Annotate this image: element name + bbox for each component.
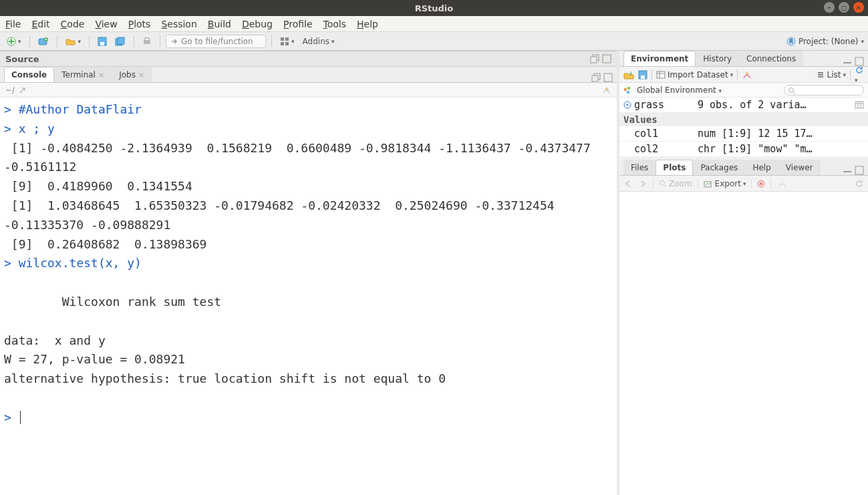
svg-rect-16 xyxy=(591,57,597,63)
zoom-icon xyxy=(659,180,667,188)
pane-restore-icon[interactable] xyxy=(590,54,599,63)
save-workspace-icon[interactable] xyxy=(638,70,647,79)
project-menu[interactable]: R Project: (None) ▾ xyxy=(786,37,864,46)
tab-packages[interactable]: Packages xyxy=(693,160,745,175)
env-view-mode[interactable]: List ▾ xyxy=(817,70,846,79)
tab-jobs[interactable]: Jobs× xyxy=(112,67,152,82)
window-minimize-button[interactable]: – xyxy=(824,2,835,13)
clear-plots-icon[interactable] xyxy=(776,180,787,188)
tab-history[interactable]: History xyxy=(696,51,739,66)
menu-profile[interactable]: Profile xyxy=(283,19,313,29)
console-output[interactable]: > #Author DataFlair > x ; y [1] -0.40842… xyxy=(0,98,617,495)
window-close-button[interactable]: ✕ xyxy=(853,2,864,13)
svg-rect-20 xyxy=(604,73,612,81)
env-search-input[interactable] xyxy=(784,85,864,96)
close-tab-icon[interactable]: × xyxy=(138,71,144,79)
tab-label: Terminal xyxy=(61,70,96,79)
menu-file[interactable]: File xyxy=(5,19,21,29)
window-controls: – ◻ ✕ xyxy=(824,2,864,13)
pane-minimize-icon[interactable] xyxy=(843,166,852,175)
tab-connections[interactable]: Connections xyxy=(739,51,803,66)
open-file-button[interactable]: ▾ xyxy=(63,35,84,47)
env-list: grass 9 obs. of 2 varia… Values col1num … xyxy=(619,98,868,157)
popout-icon[interactable] xyxy=(19,86,27,94)
svg-point-29 xyxy=(789,88,794,92)
menu-edit[interactable]: Edit xyxy=(31,19,49,29)
menu-plots[interactable]: Plots xyxy=(128,19,151,29)
plus-circle-icon xyxy=(7,37,16,46)
menu-tools[interactable]: Tools xyxy=(323,19,347,29)
caret-icon: ▾ xyxy=(843,71,846,78)
import-dataset-label: Import Dataset xyxy=(668,70,728,79)
caret-icon: ▾ xyxy=(719,88,722,94)
refresh-plots-icon[interactable] xyxy=(855,179,864,188)
grid-button[interactable]: ▾ xyxy=(277,35,297,47)
window-maximize-button[interactable]: ◻ xyxy=(839,2,849,13)
tab-environment[interactable]: Environment xyxy=(623,51,696,66)
svg-point-34 xyxy=(660,180,665,185)
menu-help[interactable]: Help xyxy=(357,19,378,29)
load-workspace-icon[interactable] xyxy=(623,70,634,79)
plot-prev-icon[interactable] xyxy=(623,180,633,188)
menu-session[interactable]: Session xyxy=(161,19,196,29)
svg-rect-17 xyxy=(603,55,611,63)
plot-next-icon[interactable] xyxy=(638,180,647,188)
search-icon xyxy=(788,87,796,95)
tab-terminal[interactable]: Terminal× xyxy=(54,67,112,82)
zoom-button[interactable]: Zoom xyxy=(659,179,692,188)
env-scope-label: Global Environment xyxy=(637,86,716,95)
source-label: Source xyxy=(5,54,39,64)
pane-maximize-icon[interactable] xyxy=(855,166,864,175)
save-icon xyxy=(98,37,107,46)
env-value-row[interactable]: col2chr [1:9] "mow" "m… xyxy=(619,142,868,157)
folder-open-icon xyxy=(65,37,76,46)
env-data-row[interactable]: grass 9 obs. of 2 varia… xyxy=(619,98,868,113)
menu-view[interactable]: View xyxy=(95,19,117,29)
caret-icon: ▾ xyxy=(331,38,335,45)
import-dataset-button[interactable]: Import Dataset ▾ xyxy=(656,70,733,79)
pane-maximize-icon[interactable] xyxy=(603,73,613,82)
clear-env-icon[interactable] xyxy=(742,70,752,79)
console-subbar: ~/ xyxy=(0,83,617,98)
addins-button[interactable]: Addins ▾ xyxy=(300,35,337,47)
pane-maximize-icon[interactable] xyxy=(602,54,611,63)
env-var-desc: chr [1:9] "mow" "m… xyxy=(698,143,864,155)
save-button[interactable] xyxy=(95,35,110,47)
svg-rect-33 xyxy=(855,166,863,174)
svg-rect-27 xyxy=(627,87,630,90)
env-obj-desc: 9 obs. of 2 varia… xyxy=(698,99,852,111)
window-titlebar: RStudio – ◻ ✕ xyxy=(0,0,868,16)
env-var-desc: num [1:9] 12 15 17… xyxy=(698,128,864,140)
menu-build[interactable]: Build xyxy=(208,19,231,29)
clear-console-icon[interactable] xyxy=(602,86,611,95)
tab-files[interactable]: Files xyxy=(623,160,656,175)
pane-restore-icon[interactable] xyxy=(591,73,601,82)
env-value-row[interactable]: col1num [1:9] 12 15 17… xyxy=(619,126,868,142)
tab-console[interactable]: Console xyxy=(4,67,54,82)
pane-minimize-icon[interactable] xyxy=(843,57,852,66)
env-section-values: Values xyxy=(619,113,868,126)
new-file-button[interactable]: ▾ xyxy=(4,35,24,47)
tab-viewer[interactable]: Viewer xyxy=(778,160,821,175)
save-all-button[interactable] xyxy=(112,35,128,47)
menubar: FileEditCodeViewPlotsSessionBuildDebugPr… xyxy=(0,16,868,32)
tab-help[interactable]: Help xyxy=(745,160,778,175)
expand-icon[interactable] xyxy=(623,101,631,109)
svg-rect-32 xyxy=(843,171,851,172)
remove-plot-icon[interactable] xyxy=(757,180,765,188)
refresh-env-icon[interactable]: ▾ xyxy=(855,65,864,84)
print-button[interactable] xyxy=(140,35,154,47)
new-project-button[interactable] xyxy=(35,35,51,47)
export-button[interactable]: Export ▾ xyxy=(704,179,746,188)
env-scope-dropdown[interactable]: Global Environment ▾ xyxy=(637,86,722,95)
save-all-icon xyxy=(115,37,126,46)
arrow-right-icon xyxy=(170,37,178,45)
print-icon xyxy=(142,37,152,46)
tab-plots[interactable]: Plots xyxy=(656,160,693,175)
menu-debug[interactable]: Debug xyxy=(242,19,273,29)
caret-icon: ▾ xyxy=(730,71,734,78)
close-tab-icon[interactable]: × xyxy=(98,71,104,79)
goto-file-function-input[interactable]: Go to file/function xyxy=(166,35,266,48)
menu-code[interactable]: Code xyxy=(61,19,85,29)
view-table-icon[interactable] xyxy=(855,101,864,109)
